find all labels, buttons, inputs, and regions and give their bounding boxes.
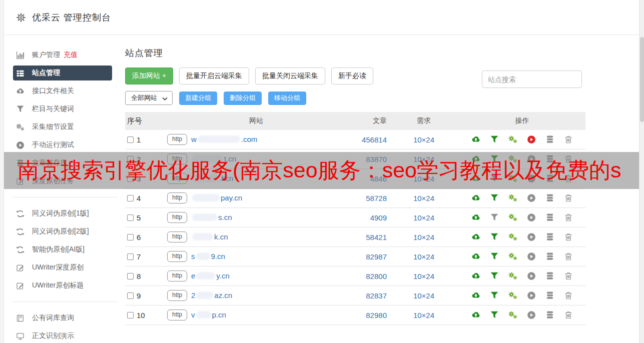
batch-close-collect-button[interactable]: 批量关闭云端采集 — [255, 68, 325, 84]
filter-icon[interactable] — [490, 272, 499, 280]
cloud-upload-icon[interactable] — [471, 272, 480, 280]
row-checkbox[interactable] — [127, 214, 134, 221]
site-search-input[interactable] — [482, 70, 582, 88]
site-domain[interactable]: ey.cn — [191, 272, 230, 280]
move-group-button[interactable]: 移动分组 — [268, 92, 306, 105]
articles-count[interactable]: 82980 — [346, 311, 389, 320]
sidebar-item-synonym-v1[interactable]: 同义词伪原创[1版] — [4, 204, 124, 222]
play-icon[interactable] — [527, 291, 536, 300]
site-domain[interactable]: k.cn — [191, 232, 228, 241]
play-icon[interactable] — [527, 252, 536, 261]
articles-count[interactable]: 82837 — [346, 292, 389, 300]
database-icon[interactable] — [545, 194, 554, 202]
recharge-link[interactable]: 充值 — [64, 50, 78, 60]
site-domain[interactable]: s.cn — [191, 213, 232, 222]
add-site-button[interactable]: 添加网站 + — [125, 68, 173, 84]
filter-icon[interactable] — [490, 194, 499, 202]
trash-icon[interactable] — [564, 135, 573, 144]
cloud-upload-icon[interactable] — [471, 252, 480, 261]
sidebar-item-uwriter-title[interactable]: UWriter原创标题 — [4, 276, 124, 294]
database-icon[interactable] — [545, 135, 554, 144]
gears-icon[interactable] — [508, 291, 517, 300]
play-icon[interactable] — [527, 194, 536, 202]
row-seq: 8 — [137, 272, 141, 280]
articles-count[interactable]: 58421 — [346, 233, 389, 242]
cloud-upload-icon[interactable] — [471, 232, 480, 242]
sidebar-item-synonym-v2[interactable]: 同义词伪原创[2版] — [4, 222, 124, 240]
cloud-upload-icon[interactable] — [471, 310, 480, 320]
sites-table: 序号 网站 文章 需求 操作 1httpw.com45681410×242htt… — [125, 112, 585, 325]
gears-icon[interactable] — [508, 194, 517, 202]
site-domain[interactable]: 2az.cn — [191, 291, 232, 300]
filter-icon[interactable] — [490, 310, 499, 320]
gears-icon[interactable] — [508, 272, 517, 280]
sidebar-item-ai-original[interactable]: 智能伪原创[AI版] — [4, 240, 124, 258]
filter-icon[interactable] — [490, 232, 499, 242]
site-domain[interactable]: pay.cn — [191, 194, 242, 202]
play-icon[interactable] — [527, 213, 536, 222]
filter-icon[interactable] — [490, 291, 499, 300]
articles-count[interactable]: 58728 — [346, 194, 389, 202]
sidebar-item-public-lexicon[interactable]: 公有词库查询 — [4, 309, 124, 327]
row-checkbox[interactable] — [127, 292, 134, 299]
gears-icon[interactable] — [508, 252, 517, 261]
sidebar-item-text-recognition[interactable]: 正文识别演示 — [4, 327, 124, 343]
trash-icon[interactable] — [564, 213, 573, 222]
database-icon[interactable] — [545, 291, 554, 300]
row-checkbox[interactable] — [127, 195, 134, 202]
scrollbar-thumb[interactable] — [640, 37, 644, 122]
site-domain[interactable]: vp.cn — [191, 310, 226, 319]
sidebar-item-uwriter-deep[interactable]: UWriter深度原创 — [4, 258, 124, 276]
batch-open-collect-button[interactable]: 批量开启云端采集 — [179, 68, 249, 84]
newbie-guide-button[interactable]: 新手必读 — [331, 68, 373, 84]
trash-icon[interactable] — [564, 272, 573, 280]
sidebar-item-account[interactable]: 账户管理充值 — [4, 46, 124, 64]
row-checkbox[interactable] — [127, 312, 134, 318]
row-checkbox[interactable] — [127, 234, 134, 240]
sidebar-item-interface-files[interactable]: 接口文件相关 — [4, 82, 124, 100]
cloud-upload-icon[interactable] — [471, 291, 480, 300]
sidebar-item-sites[interactable]: 站点管理 — [13, 66, 112, 80]
scrollbar[interactable] — [639, 0, 644, 343]
database-icon[interactable] — [545, 310, 554, 320]
database-icon[interactable] — [545, 232, 554, 242]
filter-icon[interactable] — [490, 252, 499, 261]
trash-icon[interactable] — [564, 194, 573, 202]
trash-icon[interactable] — [564, 252, 573, 261]
articles-count[interactable]: 82987 — [346, 252, 389, 261]
sidebar-item-columns-keywords[interactable]: 栏目与关键词 — [4, 100, 124, 118]
gears-icon[interactable] — [508, 232, 517, 242]
gears-icon[interactable] — [508, 213, 517, 222]
sidebar-item-collect-settings[interactable]: 采集细节设置 — [4, 118, 124, 136]
database-icon[interactable] — [545, 252, 554, 261]
play-icon[interactable] — [527, 232, 536, 242]
row-checkbox[interactable] — [127, 273, 134, 280]
cloud-upload-icon[interactable] — [471, 213, 480, 222]
sidebar-item-manual-test[interactable]: 手动运行测试 — [4, 136, 124, 154]
filter-icon[interactable] — [490, 213, 499, 222]
articles-count[interactable]: 456814 — [346, 136, 389, 144]
articles-count[interactable]: 82800 — [346, 272, 389, 280]
site-domain[interactable]: s9.cn — [191, 252, 225, 260]
database-icon[interactable] — [545, 213, 554, 222]
play-icon[interactable] — [527, 272, 536, 280]
database-icon[interactable] — [545, 272, 554, 280]
group-filter-select[interactable]: 全部网站 — [125, 91, 173, 105]
delete-group-button[interactable]: 删除分组 — [224, 92, 262, 105]
filter-icon[interactable] — [490, 135, 499, 144]
trash-icon[interactable] — [564, 310, 573, 320]
gears-icon[interactable] — [508, 310, 517, 320]
row-checkbox[interactable] — [127, 254, 134, 260]
play-icon[interactable] — [527, 310, 536, 320]
trash-icon[interactable] — [564, 232, 573, 242]
articles-count[interactable]: 4909 — [346, 214, 389, 222]
gears-icon[interactable] — [508, 135, 517, 144]
new-group-button[interactable]: 新建分组 — [179, 92, 217, 105]
row-checkbox[interactable] — [127, 136, 134, 143]
trash-icon[interactable] — [564, 291, 573, 300]
site-domain[interactable]: w.com — [191, 135, 257, 144]
cloud-upload-icon[interactable] — [471, 194, 480, 202]
cloud-upload-icon[interactable] — [471, 135, 480, 144]
play-icon[interactable] — [527, 135, 536, 144]
seo-ad-text[interactable]: 南京搜索引擎优化服务(南京seo服务：seo学习教程以及免费的s — [4, 156, 621, 185]
